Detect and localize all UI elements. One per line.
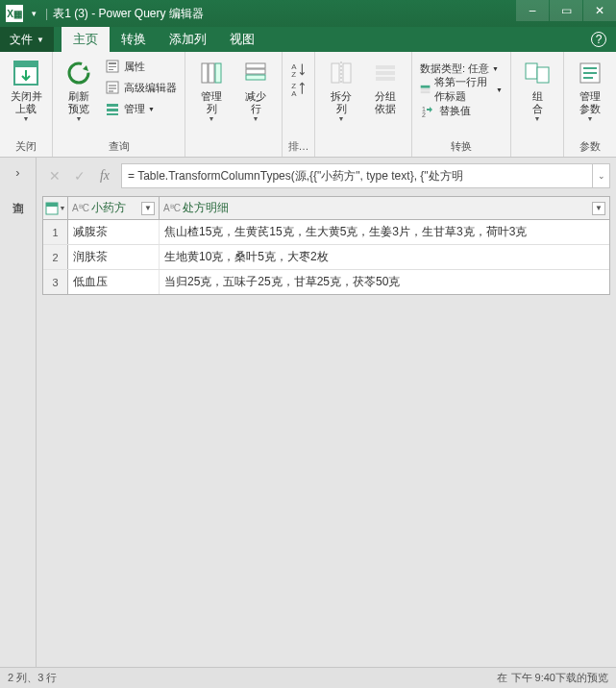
file-menu[interactable]: 文件 ▼ [0,27,54,52]
svg-rect-11 [202,63,208,83]
refresh-preview-button[interactable]: 刷新 预览 ▼ [57,56,101,124]
sort-desc-button[interactable]: ZA [290,80,308,97]
type-icon: AᴮC [72,203,89,213]
svg-rect-27 [421,88,431,90]
header-row-icon [420,82,431,97]
cell[interactable]: 当归25克，五味子25克，甘草25克，茯苓50克 [160,270,609,294]
tab-transform[interactable]: 转换 [110,27,158,52]
cell[interactable]: 润肤茶 [68,245,160,269]
svg-rect-14 [246,63,265,68]
svg-rect-5 [109,66,116,67]
manage-parameters-button[interactable]: 管理 参数 ▼ [568,56,612,124]
cell[interactable]: 低血压 [68,270,160,294]
combine-icon [522,58,553,88]
manage-button[interactable]: 管理 ▼ [101,98,181,119]
group-label [189,152,278,157]
split-label: 拆分 列 [331,90,352,115]
group-label: 排… [286,137,310,157]
editor-icon [105,80,120,95]
sort-asc-icon: AZ [290,61,308,78]
cell[interactable]: 减腹茶 [68,220,160,244]
properties-button[interactable]: 属性 [101,56,181,77]
column-filter-button[interactable]: ▼ [141,202,155,215]
svg-rect-23 [376,65,395,69]
minimize-button[interactable]: – [516,0,549,21]
tab-add-column[interactable]: 添加列 [158,27,218,52]
group-split: 拆分 列 ▼ 分组 依据 [315,52,412,157]
fx-icon: fx [100,168,110,184]
tab-home[interactable]: 主页 [62,27,110,52]
group-label: 关闭 [4,137,48,157]
data-type-value: 任意 [468,61,489,76]
replace-values-button[interactable]: 12 替换值 [416,100,475,121]
group-label [319,152,407,157]
table-row[interactable]: 3 低血压 当归25克，五味子25克，甘草25克，茯苓50克 [43,270,609,294]
close-button[interactable]: ✕ [583,0,616,21]
table-header: ▼ AᴮC 小药方 ▼ AᴮC 处方明细 ▼ [43,197,609,220]
tab-view[interactable]: 视图 [218,27,266,52]
group-sort: AZ ZA 排… [283,52,315,157]
replace-icon: 12 [420,103,435,118]
svg-rect-22 [343,63,351,83]
column-filter-button[interactable]: ▼ [592,202,605,215]
data-preview-table: ▼ AᴮC 小药方 ▼ AᴮC 处方明细 ▼ 1 减腹茶 焦山楂15克，生黄芪1… [42,196,610,295]
fx-button[interactable]: fx [92,163,117,188]
close-and-load-button[interactable]: 关闭并 上载 ▼ [4,56,48,124]
svg-text:Z: Z [291,70,296,78]
cell[interactable]: 焦山楂15克，生黄芪15克，生大黄5克，生姜3片，生甘草3克，荷叶3克 [160,220,609,244]
svg-rect-34 [583,67,597,69]
svg-text:2: 2 [422,111,426,118]
maximize-button[interactable]: ▭ [550,0,582,21]
svg-text:A: A [291,89,297,97]
caret-down-icon: ▼ [37,36,44,44]
help-button[interactable]: ? [591,32,606,47]
sort-asc-button[interactable]: AZ [290,61,308,78]
svg-rect-26 [421,86,431,88]
manage-columns-button[interactable]: 管理 列 ▼ [189,56,234,124]
properties-icon [105,59,120,74]
reduce-rows-button[interactable]: 减少 行 ▼ [234,56,278,124]
title-bar: X▦ ▾ | 表1 (3) - Power Query 编辑器 – ▭ ✕ [0,0,616,27]
advanced-editor-button[interactable]: 高级编辑器 [101,77,181,98]
group-parameters: 管理 参数 ▼ 参数 [564,52,616,157]
group-columns: 管理 列 ▼ 减少 行 ▼ [185,52,283,157]
svg-rect-31 [526,63,537,79]
confirm-formula-button[interactable]: ✓ [67,163,92,188]
combine-button[interactable]: 组 合 ▼ [515,56,559,124]
refresh-label: 刷新 预览 [68,90,89,115]
separator: | [45,7,48,20]
split-icon [326,58,357,88]
caret-down-icon: ▼ [496,86,503,93]
table-corner[interactable]: ▼ [43,197,68,219]
combine-label: 组 合 [532,90,543,115]
caret-down-icon: ▼ [76,115,83,122]
manage-columns-label: 管理 列 [201,90,222,115]
table-row[interactable]: 1 减腹茶 焦山楂15克，生黄芪15克，生大黄5克，生姜3片，生甘草3克，荷叶3… [43,220,609,245]
close-load-icon [11,58,41,88]
qat-dropdown[interactable]: ▾ [27,4,40,23]
status-right: 在 下午 9:40下载的预览 [497,671,608,685]
row-number: 1 [43,220,68,244]
group-by-button[interactable]: 分组 依据 [363,56,407,117]
svg-rect-9 [107,109,118,111]
expand-queries-button[interactable]: › [15,165,19,180]
split-column-button[interactable]: 拆分 列 ▼ [319,56,363,124]
cancel-formula-button[interactable]: ✕ [42,163,67,188]
cell[interactable]: 生地黄10克，桑叶5克，大枣2枚 [160,245,609,269]
use-first-row-headers-button[interactable]: 将第一行用作标题 ▼ [416,79,506,100]
table-row[interactable]: 2 润肤茶 生地黄10克，桑叶5克，大枣2枚 [43,245,609,270]
group-by-label: 分组 依据 [375,90,396,115]
expand-formula-button[interactable]: ⌄ [593,163,610,188]
status-left: 2 列、3 行 [8,671,57,685]
column-header-2[interactable]: AᴮC 处方明细 ▼ [160,197,609,219]
caret-down-icon: ▼ [23,115,30,122]
group-label: 查询 [57,137,181,157]
column-header-1[interactable]: AᴮC 小药方 ▼ [68,197,160,219]
svg-rect-10 [107,113,118,115]
table-icon [45,202,59,215]
formula-input[interactable]: = Table.TransformColumnTypes(源,{{"小药方", … [121,163,593,188]
caret-down-icon: ▼ [338,115,345,122]
status-bar: 2 列、3 行 在 下午 9:40下载的预览 [0,667,616,688]
group-combine: 组 合 ▼ [511,52,564,157]
group-transform: 数据类型: 任意 ▼ 将第一行用作标题 ▼ 12 替换值 转换 [412,52,511,157]
